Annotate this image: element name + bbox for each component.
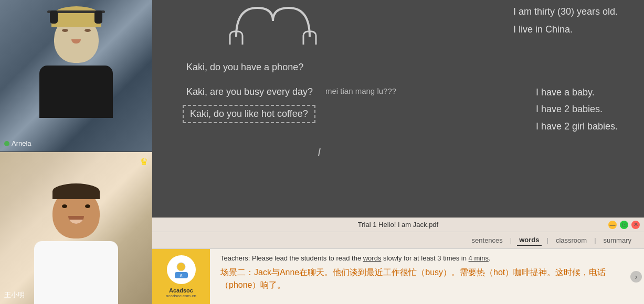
pdf-panel: Trial 1 Hello! I am Jack.pdf — ⊡ ✕ sente… — [152, 218, 644, 304]
baby-line-1: I have a baby. — [536, 84, 618, 101]
acadsoc-logo: A Acadsoc acadsoc.com.cn — [152, 249, 210, 304]
video-bg-top — [0, 0, 152, 151]
headphones-graphic — [220, 3, 325, 47]
crown-icon: ♛ — [140, 156, 148, 168]
right-panel: I am thirty (30) years old. I live in Ch… — [152, 0, 644, 304]
baby-line-2: I have 2 babies. — [536, 101, 618, 117]
logo-url: acadsoc.com.cn — [166, 294, 196, 298]
name-badge-top: Arnela — [4, 139, 31, 147]
mic-indicator-top — [4, 141, 9, 146]
video-bg-bottom — [0, 152, 152, 304]
shared-screen: I am thirty (30) years old. I live in Ch… — [152, 0, 644, 218]
pdf-text-content: Teachers: Please lead the students to re… — [210, 249, 628, 304]
video-feed-bottom: ♛ 王小明 — [0, 152, 152, 304]
svg-point-2 — [177, 263, 185, 271]
main-wrapper: Arnela — [0, 0, 644, 304]
pdf-instruction: Teachers: Please lead the students to re… — [220, 254, 618, 262]
minimize-button[interactable]: — — [608, 221, 617, 229]
speaker-name-top: Arnela — [12, 139, 31, 147]
question-2: Kaki, are you busy every day? — [186, 86, 313, 97]
pdf-window-controls[interactable]: — ⊡ ✕ — [608, 221, 640, 229]
speaker-name-bottom: 王小明 — [4, 290, 25, 300]
nav-words[interactable]: words — [517, 235, 541, 246]
baby-lines: I have a baby. I have 2 babies. I have 2… — [536, 84, 618, 135]
pdf-nav-bar: sentences | words | classroom | summary — [152, 232, 644, 249]
close-button[interactable]: ✕ — [631, 221, 640, 229]
logo-name: Acadsoc — [169, 287, 193, 294]
pdf-chinese-text: 场景二：Jack与Anne在聊天。他们谈到最近工作很忙（busy）。需要热（ho… — [220, 266, 618, 291]
nav-sep-1: | — [510, 236, 512, 244]
nav-sep-2: | — [547, 236, 548, 244]
nav-sentences[interactable]: sentences — [470, 235, 505, 245]
screen-content: I am thirty (30) years old. I live in Ch… — [152, 0, 644, 218]
text-line-1: I am thirty (30) years old. — [513, 3, 618, 20]
nav-classroom[interactable]: classroom — [554, 235, 589, 245]
video-feed-top: Arnela — [0, 0, 152, 152]
nav-sep-3: | — [594, 236, 596, 244]
pdf-content-area: A Acadsoc acadsoc.com.cn Teachers: Pleas… — [152, 249, 644, 304]
question-3: Kaki, do you like hot coffee? — [183, 105, 315, 123]
chinese-phrase: mei tian mang lu??? — [325, 86, 396, 95]
svg-text:A: A — [180, 274, 182, 277]
pdf-title: Trial 1 Hello! I am Jack.pdf — [358, 221, 438, 229]
text-block-age-location: I am thirty (30) years old. I live in Ch… — [513, 3, 618, 38]
question-1: Kaki, do you have a phone? — [186, 62, 303, 73]
logo-circle: A — [167, 255, 196, 284]
baby-line-3: I have 2 girl babies. — [536, 118, 618, 135]
cursor: I — [318, 146, 321, 159]
name-badge-bottom: 王小明 — [4, 290, 25, 300]
text-line-2: I live in China. — [513, 20, 618, 38]
pdf-titlebar: Trial 1 Hello! I am Jack.pdf — ⊡ ✕ — [152, 218, 644, 232]
maximize-button[interactable]: ⊡ — [620, 221, 628, 229]
scroll-right-button[interactable]: › — [630, 271, 642, 283]
scroll-right-area: › — [628, 249, 644, 304]
nav-summary[interactable]: summary — [601, 235, 634, 245]
video-sidebar: Arnela — [0, 0, 152, 304]
